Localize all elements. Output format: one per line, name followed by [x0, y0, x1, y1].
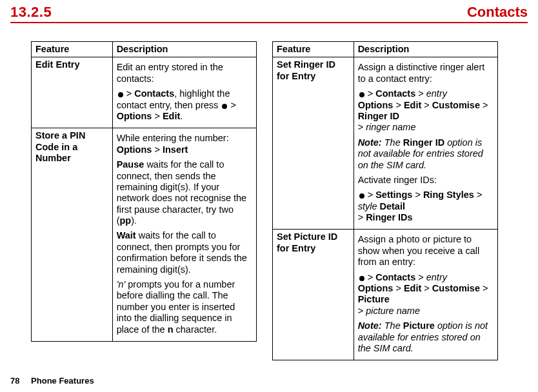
table-row: Store a PIN Code in a Number While enter…	[32, 128, 257, 342]
body-text: 'n' prompts you for a number before dial…	[117, 279, 252, 335]
footer-label: Phone Features	[31, 376, 94, 386]
ui-label: Settings	[375, 190, 412, 200]
feature-cell: Set Picture ID for Entry	[273, 230, 354, 360]
body-text: Activate ringer IDs:	[358, 175, 493, 186]
ui-label: Contacts	[375, 88, 415, 99]
text: The	[382, 320, 403, 331]
ui-label: Ringer ID	[358, 111, 399, 121]
text: The	[382, 137, 403, 148]
text: >	[474, 190, 483, 200]
col-header-feature: Feature	[273, 42, 354, 57]
variable-text: picture name	[366, 306, 420, 316]
note-label: Note:	[358, 320, 382, 331]
page-number: 78	[10, 376, 19, 386]
table-row: Set Ringer ID for Entry Assign a distinc…	[273, 57, 498, 230]
body-text: > Contacts > entry Options > Edit > Cust…	[358, 88, 493, 133]
text: >	[358, 212, 366, 222]
menu-key-icon	[222, 104, 227, 109]
text: >	[412, 190, 423, 200]
body-text: > Contacts > entry Options > Edit > Cust…	[358, 272, 493, 317]
col-header-description: Description	[354, 42, 497, 57]
body-text: Edit an entry stored in the contacts:	[117, 62, 252, 84]
text: >	[365, 88, 376, 99]
table-header-row: Feature Description	[273, 42, 498, 57]
text: >	[415, 88, 426, 99]
feature-cell: Edit Entry	[32, 57, 113, 128]
page-footer: 78 Phone Features	[10, 376, 94, 386]
text: >	[421, 100, 432, 110]
right-table: Feature Description Set Ringer ID for En…	[272, 41, 498, 360]
col-header-description: Description	[112, 42, 256, 57]
text: >	[228, 100, 236, 110]
header-rule	[10, 22, 528, 23]
col-header-feature: Feature	[32, 42, 113, 57]
text: waits for the call to connect, then prom…	[117, 230, 247, 274]
ui-label: pp	[119, 215, 131, 226]
note-text: Note: The Ringer ID option is not availa…	[358, 137, 493, 171]
left-table: Feature Description Edit Entry Edit an e…	[31, 41, 257, 342]
description-cell: Assign a distinctive ringer alert to a c…	[354, 57, 497, 230]
text: >	[421, 283, 432, 293]
ui-label: Ringer IDs	[366, 212, 413, 222]
description-cell: Assign a photo or picture to show when y…	[354, 230, 497, 360]
right-column: Feature Description Set Ringer ID for En…	[272, 41, 498, 360]
text: While entering the number:	[117, 133, 229, 143]
ui-label: Edit	[404, 100, 421, 110]
menu-key-icon	[118, 92, 123, 97]
ui-label: Options	[358, 100, 394, 110]
ui-label: Wait	[117, 230, 136, 240]
ui-label: Customise	[432, 283, 480, 293]
variable-text: entry	[426, 272, 447, 282]
note-text: Note: The Picture option is not availabl…	[358, 320, 493, 354]
body-text: Assign a photo or picture to show when y…	[358, 234, 493, 268]
section-number: 13.2.5	[10, 4, 52, 21]
note-label: Note:	[358, 137, 382, 148]
table-row: Set Picture ID for Entry Assign a photo …	[273, 230, 498, 360]
text: >	[152, 144, 163, 155]
ui-label: Contacts	[375, 272, 415, 282]
ui-label: Customise	[432, 100, 480, 110]
menu-key-icon	[359, 193, 364, 199]
text: >	[393, 283, 404, 293]
text: >	[365, 190, 376, 200]
variable-text: 'n'	[117, 279, 126, 289]
ui-label: Options	[117, 111, 152, 121]
text: .	[180, 111, 183, 121]
text: >	[365, 272, 376, 282]
body-text: While entering the number: Options > Ins…	[117, 133, 252, 155]
section-title: Contacts	[467, 4, 528, 21]
page-header: 13.2.5 Contacts	[0, 0, 538, 22]
menu-key-icon	[359, 276, 364, 281]
variable-text: entry	[426, 88, 447, 99]
text: >	[480, 283, 488, 293]
ui-label: Ring Styles	[423, 190, 474, 200]
body-text: Wait waits for the call to connect, then…	[117, 230, 252, 275]
text: character.	[173, 324, 217, 335]
text: >	[152, 111, 163, 121]
table-header-row: Feature Description	[32, 42, 257, 57]
ui-label: Edit	[404, 283, 421, 293]
text: >	[480, 100, 488, 110]
ui-label: Detail	[379, 201, 405, 211]
content-columns: Feature Description Edit Entry Edit an e…	[0, 41, 538, 360]
body-text: Pause waits for the call to connect, the…	[117, 159, 252, 226]
ui-label: Ringer ID	[403, 137, 444, 148]
ui-label: Insert	[163, 144, 188, 155]
description-cell: While entering the number: Options > Ins…	[112, 128, 256, 342]
description-cell: Edit an entry stored in the contacts: > …	[112, 57, 256, 128]
feature-cell: Set Ringer ID for Entry	[273, 57, 354, 230]
ui-label: Edit	[163, 111, 180, 121]
text: >	[415, 272, 426, 282]
ui-label: Picture	[358, 294, 390, 304]
text: >	[393, 100, 404, 110]
feature-cell: Store a PIN Code in a Number	[32, 128, 113, 342]
ui-label: Options	[358, 283, 394, 293]
ui-label: Options	[117, 144, 152, 155]
table-row: Edit Entry Edit an entry stored in the c…	[32, 57, 257, 128]
body-text: Assign a distinctive ringer alert to a c…	[358, 62, 493, 84]
ui-label: Picture	[403, 320, 435, 331]
ui-label: Pause	[117, 159, 144, 170]
ui-label: Contacts	[134, 88, 174, 99]
text: >	[124, 88, 135, 99]
body-text: > Contacts, highlight the contact entry,…	[117, 88, 252, 122]
